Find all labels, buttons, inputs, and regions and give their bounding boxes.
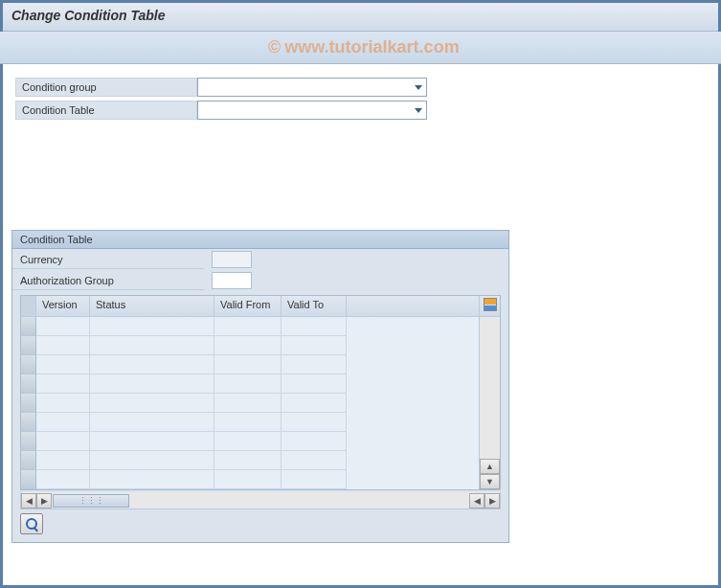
row-selector[interactable] xyxy=(21,374,36,394)
cell-version[interactable] xyxy=(36,432,90,451)
cell-valid-from[interactable] xyxy=(214,336,282,355)
scroll-thumb[interactable]: ⋮⋮⋮ xyxy=(53,494,129,508)
cell-valid-to[interactable] xyxy=(282,451,347,470)
col-status[interactable]: Status xyxy=(90,296,214,317)
row-selector[interactable] xyxy=(21,451,36,470)
table-row xyxy=(21,355,479,374)
label-currency: Currency xyxy=(12,251,204,269)
cell-valid-from[interactable] xyxy=(214,451,282,470)
cell-status[interactable] xyxy=(90,451,214,470)
cell-version[interactable] xyxy=(36,451,90,470)
row-condition-group: Condition group xyxy=(15,76,706,99)
vertical-scrollbar[interactable]: ▲ ▼ xyxy=(479,317,500,489)
cell-valid-from[interactable] xyxy=(214,432,282,451)
cell-valid-to[interactable] xyxy=(282,374,347,394)
top-form: Condition group Condition Table xyxy=(0,64,721,133)
row-selector[interactable] xyxy=(21,432,36,451)
page-title: Change Condition Table xyxy=(11,8,710,23)
row-currency: Currency xyxy=(12,249,508,270)
cell-valid-to[interactable] xyxy=(282,336,347,355)
scroll-down-button[interactable]: ▼ xyxy=(480,474,500,489)
horizontal-scrollbar[interactable]: ◀ ▶ ⋮⋮⋮ ◀ ▶ xyxy=(20,492,501,509)
cell-status[interactable] xyxy=(90,432,214,451)
magnifier-icon xyxy=(26,518,37,530)
cell-version[interactable] xyxy=(36,336,90,355)
table-settings-icon xyxy=(484,298,497,314)
input-currency[interactable] xyxy=(212,251,252,268)
col-valid-to[interactable]: Valid To xyxy=(282,296,347,317)
cell-valid-to[interactable] xyxy=(282,432,347,451)
label-auth-group: Authorization Group xyxy=(12,272,204,290)
cell-valid-to[interactable] xyxy=(282,413,347,432)
table-row xyxy=(21,413,479,432)
row-selector[interactable] xyxy=(21,355,36,374)
scroll-up-button[interactable]: ▲ xyxy=(480,459,500,474)
cell-status[interactable] xyxy=(90,413,214,432)
row-condition-table: Condition Table xyxy=(15,99,706,122)
cell-valid-to[interactable] xyxy=(282,355,347,374)
cell-status[interactable] xyxy=(90,470,214,489)
dropdown-condition-table[interactable] xyxy=(197,101,427,120)
cell-valid-from[interactable] xyxy=(214,374,282,394)
cell-valid-to[interactable] xyxy=(282,317,347,336)
cell-status[interactable] xyxy=(90,394,214,413)
cell-valid-from[interactable] xyxy=(214,394,282,413)
cell-valid-to[interactable] xyxy=(282,394,347,413)
row-selector[interactable] xyxy=(21,394,36,413)
table-row xyxy=(21,317,479,336)
cell-version[interactable] xyxy=(36,470,90,489)
cell-version[interactable] xyxy=(36,394,90,413)
input-auth-group[interactable] xyxy=(212,272,252,289)
grid-body: ▲ ▼ xyxy=(21,317,500,489)
table-row xyxy=(21,432,479,451)
toolbar: ©www.tutorialkart.com xyxy=(0,32,721,64)
title-bar: Change Condition Table xyxy=(0,0,721,32)
cell-status[interactable] xyxy=(90,317,214,336)
label-condition-table: Condition Table xyxy=(15,101,197,120)
table-row xyxy=(21,394,479,413)
detail-view-button[interactable] xyxy=(20,513,43,534)
cell-version[interactable] xyxy=(36,374,90,394)
table-row xyxy=(21,470,479,489)
col-version[interactable]: Version xyxy=(36,296,90,317)
scroll-right-step-button[interactable]: ▶ xyxy=(36,493,52,509)
cell-status[interactable] xyxy=(90,374,214,394)
label-condition-group: Condition group xyxy=(15,78,197,97)
cell-status[interactable] xyxy=(90,355,214,374)
cell-version[interactable] xyxy=(36,413,90,432)
cell-valid-from[interactable] xyxy=(214,470,282,489)
row-selector[interactable] xyxy=(21,470,36,489)
panel-title: Condition Table xyxy=(12,231,508,249)
cell-valid-from[interactable] xyxy=(214,317,282,336)
table-row xyxy=(21,374,479,394)
cell-valid-from[interactable] xyxy=(214,355,282,374)
dropdown-condition-group[interactable] xyxy=(197,78,427,97)
scroll-right-button[interactable]: ▶ xyxy=(484,493,500,509)
col-spacer xyxy=(347,296,479,317)
scroll-left-end-button[interactable]: ◀ xyxy=(469,493,484,509)
grid-rows xyxy=(21,317,479,489)
row-selector[interactable] xyxy=(21,317,36,336)
row-selector[interactable] xyxy=(21,336,36,355)
cell-valid-to[interactable] xyxy=(282,470,347,489)
grid: Version Status Valid From Valid To xyxy=(20,295,501,490)
watermark-text: www.tutorialkart.com xyxy=(284,37,459,57)
watermark: ©www.tutorialkart.com xyxy=(268,37,460,57)
row-selector-header[interactable] xyxy=(21,296,36,317)
cell-status[interactable] xyxy=(90,336,214,355)
row-selector[interactable] xyxy=(21,413,36,432)
table-row xyxy=(21,451,479,470)
panel-form: Currency Authorization Group xyxy=(12,249,508,291)
condition-table-panel: Condition Table Currency Authorization G… xyxy=(11,230,509,543)
cell-valid-from[interactable] xyxy=(214,413,282,432)
table-row xyxy=(21,336,479,355)
cell-version[interactable] xyxy=(36,317,90,336)
table-settings-button[interactable] xyxy=(479,296,500,317)
cell-version[interactable] xyxy=(36,355,90,374)
grid-header: Version Status Valid From Valid To xyxy=(21,296,500,317)
copyright-symbol: © xyxy=(268,37,281,57)
col-valid-from[interactable]: Valid From xyxy=(214,296,282,317)
row-auth-group: Authorization Group xyxy=(12,270,508,291)
scroll-left-button[interactable]: ◀ xyxy=(21,493,36,509)
